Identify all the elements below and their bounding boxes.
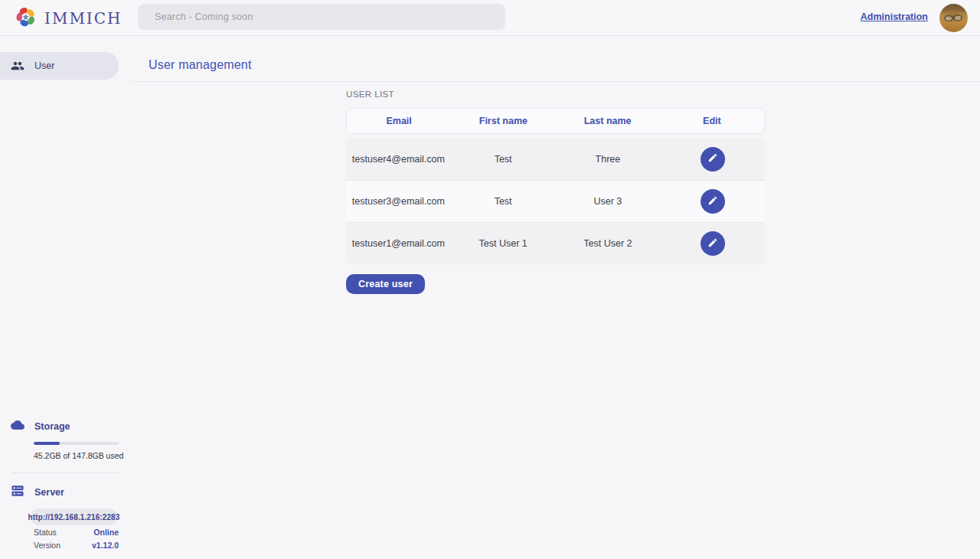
user-list-section: USER LIST Email First name Last name Edi… <box>346 81 765 294</box>
page-title: User management <box>149 58 252 72</box>
administration-link[interactable]: Administration <box>861 11 928 22</box>
users-icon <box>11 59 24 73</box>
top-header: IMMICH Administration <box>0 0 980 36</box>
user-list-label: USER LIST <box>346 90 765 99</box>
pencil-icon <box>707 237 718 250</box>
main-content: User management USER LIST Email First na… <box>131 36 980 559</box>
user-avatar[interactable] <box>939 4 968 32</box>
server-url-pill: http://192.168.1.216:2283 <box>31 508 117 525</box>
server-status-label: Status <box>34 528 57 537</box>
storage-title: Storage <box>34 421 70 432</box>
search-input[interactable] <box>138 4 505 30</box>
table-row: testuser1@email.com Test User 1 Test Use… <box>346 222 765 264</box>
user-table-body: testuser4@email.com Test Three <box>346 138 765 264</box>
column-header-first-name: First name <box>451 116 555 126</box>
cell-last-name: Three <box>556 154 661 165</box>
column-header-edit: Edit <box>660 116 764 126</box>
cell-email: testuser3@email.com <box>346 196 451 207</box>
cell-email: testuser1@email.com <box>346 238 451 249</box>
app-logo-text: IMMICH <box>44 9 122 28</box>
cloud-icon <box>11 418 24 435</box>
column-header-last-name: Last name <box>556 116 660 126</box>
pencil-icon <box>707 152 718 165</box>
server-version-row: Version v1.12.0 <box>34 538 119 551</box>
create-user-button[interactable]: Create user <box>346 274 425 294</box>
server-widget-header: Server <box>0 484 131 501</box>
server-status-row: Status Online <box>34 525 119 538</box>
app-logo[interactable]: IMMICH <box>14 5 122 32</box>
pencil-icon <box>707 195 718 208</box>
server-icon <box>11 484 24 501</box>
avatar-glasses-graphic <box>944 15 963 21</box>
storage-widget-header: Storage <box>0 418 131 435</box>
cell-first-name: Test User 1 <box>451 238 556 249</box>
storage-usage-text: 45.2GB of 147.8GB used <box>34 451 131 460</box>
immich-admin-page: IMMICH Administration User <box>0 0 980 559</box>
table-row: testuser4@email.com Test Three <box>346 138 765 180</box>
edit-user-button[interactable] <box>701 189 725 214</box>
cell-last-name: User 3 <box>556 196 661 207</box>
immich-flower-icon <box>14 5 38 32</box>
sidebar-divider <box>12 472 119 473</box>
server-title: Server <box>34 487 64 498</box>
edit-user-button[interactable] <box>701 147 725 172</box>
cell-first-name: Test <box>451 154 556 165</box>
server-version-label: Version <box>34 541 60 550</box>
server-version-value: v1.12.0 <box>92 541 119 550</box>
sidebar-item-user-label: User <box>34 60 54 71</box>
storage-progress-bar <box>34 442 119 446</box>
column-header-email: Email <box>347 116 451 126</box>
storage-progress-fill <box>34 442 60 446</box>
cell-email: testuser4@email.com <box>346 154 451 165</box>
server-status-value: Online <box>93 528 119 537</box>
cell-first-name: Test <box>451 196 556 207</box>
admin-sidebar: User Storage 45.2GB of 147.8GB used <box>0 36 131 559</box>
edit-user-button[interactable] <box>701 231 725 256</box>
server-url: http://192.168.1.216:2283 <box>28 513 120 521</box>
cell-last-name: Test User 2 <box>556 238 661 249</box>
sidebar-status-panel: Storage 45.2GB of 147.8GB used <box>0 418 131 552</box>
table-row: testuser3@email.com Test User 3 <box>346 180 765 222</box>
sidebar-item-user[interactable]: User <box>0 52 119 80</box>
user-table-header: Email First name Last name Edit <box>346 108 765 134</box>
